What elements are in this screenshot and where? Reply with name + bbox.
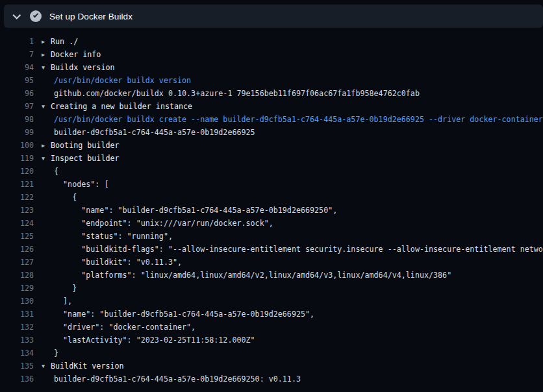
line-number[interactable]: 135 — [0, 360, 34, 373]
log-text-cell: "status": "running", — [34, 230, 173, 243]
log-text: "lastActivity": "2023-02-25T11:58:12.000… — [54, 334, 255, 347]
log-line: 98/usr/bin/docker buildx create --name b… — [0, 113, 543, 126]
log-line: 96github.com/docker/buildx 0.10.3+azure-… — [0, 87, 543, 100]
line-number[interactable]: 120 — [0, 165, 34, 178]
log-line: 95/usr/bin/docker buildx version — [0, 74, 543, 87]
line-number[interactable]: 134 — [0, 347, 34, 360]
step-header[interactable]: Set up Docker Buildx — [4, 5, 543, 28]
log-line: 133 "lastActivity": "2023-02-25T11:58:12… — [0, 334, 543, 347]
log-text: "driver": "docker-container", — [54, 321, 196, 334]
triangle-down-icon[interactable]: ▼ — [42, 360, 51, 373]
log-text-cell: "lastActivity": "2023-02-25T11:58:12.000… — [34, 334, 255, 347]
log-line: 99builder-d9cfb5a1-c764-445a-a57e-0b19d2… — [0, 126, 543, 139]
line-number[interactable]: 100 — [0, 139, 34, 152]
log-line: 129 } — [0, 282, 543, 295]
triangle-right-icon[interactable]: ▶ — [42, 35, 51, 48]
line-number[interactable]: 99 — [0, 126, 34, 139]
log-text-cell: "name": "builder-d9cfb5a1-c764-445a-a57e… — [34, 204, 337, 217]
log-line: 100▶Booting builder — [0, 139, 543, 152]
log-text-cell: "buildkitd-flags": "--allow-insecure-ent… — [34, 243, 543, 256]
triangle-right-icon[interactable]: ▶ — [42, 139, 51, 152]
log-line: 1▶Run ./ — [0, 35, 543, 48]
line-number[interactable]: 129 — [0, 282, 34, 295]
line-number[interactable]: 125 — [0, 230, 34, 243]
log-text: builder-d9cfb5a1-c764-445a-a57e-0b19d2e6… — [54, 126, 255, 139]
line-number[interactable]: 126 — [0, 243, 34, 256]
log-text-cell: builder-d9cfb5a1-c764-445a-a57e-0b19d2e6… — [34, 373, 301, 386]
log-text-cell: /usr/bin/docker buildx create --name bui… — [34, 113, 543, 126]
line-number[interactable]: 130 — [0, 295, 34, 308]
line-number[interactable]: 127 — [0, 256, 34, 269]
line-number[interactable]: 96 — [0, 87, 34, 100]
log-text: /usr/bin/docker buildx create --name bui… — [54, 113, 543, 126]
line-number[interactable]: 136 — [0, 373, 34, 386]
log-text-cell: /usr/bin/docker buildx version — [34, 74, 191, 87]
group-toggle[interactable]: ▶Docker info — [34, 48, 101, 61]
line-number[interactable]: 95 — [0, 74, 34, 87]
log-text-cell: "platforms": "linux/amd64,linux/amd64/v2… — [34, 269, 451, 282]
group-toggle[interactable]: ▼Buildx version — [34, 61, 115, 74]
log-text: { — [54, 165, 58, 178]
line-number[interactable]: 122 — [0, 191, 34, 204]
log-text: "buildkitd-flags": "--allow-insecure-ent… — [54, 243, 543, 256]
log-line: 94▼Buildx version — [0, 61, 543, 74]
line-number[interactable]: 132 — [0, 321, 34, 334]
group-toggle[interactable]: ▶Run ./ — [34, 35, 78, 48]
line-number[interactable]: 97 — [0, 100, 34, 113]
log-line: 136builder-d9cfb5a1-c764-445a-a57e-0b19d… — [0, 373, 543, 386]
group-toggle[interactable]: ▶Booting builder — [34, 139, 120, 152]
log-line: 132 "driver": "docker-container", — [0, 321, 543, 334]
line-number[interactable]: 1 — [0, 35, 34, 48]
triangle-down-icon[interactable]: ▼ — [42, 100, 51, 113]
log-text: } — [54, 347, 58, 360]
log-text-cell: } — [34, 347, 58, 360]
log-text: "platforms": "linux/amd64,linux/amd64/v2… — [54, 269, 451, 282]
log-line: 119▼Inspect builder — [0, 152, 543, 165]
line-number[interactable]: 124 — [0, 217, 34, 230]
log-text: ], — [54, 295, 72, 308]
log-line: 124 "endpoint": "unix:///var/run/docker.… — [0, 217, 543, 230]
triangle-down-icon[interactable]: ▼ — [42, 152, 51, 165]
step-title: Set up Docker Buildx — [49, 12, 133, 21]
line-number[interactable]: 131 — [0, 308, 34, 321]
log-line: 121 "nodes": [ — [0, 178, 543, 191]
log-line: 128 "platforms": "linux/amd64,linux/amd6… — [0, 269, 543, 282]
log-line: 123 "name": "builder-d9cfb5a1-c764-445a-… — [0, 204, 543, 217]
line-number[interactable]: 7 — [0, 48, 34, 61]
check-circle-icon — [30, 10, 42, 22]
group-title: BuildKit version — [51, 360, 124, 373]
log-text: "status": "running", — [54, 230, 173, 243]
log-text: "nodes": [ — [54, 178, 108, 191]
log-line: 135▼BuildKit version — [0, 360, 543, 373]
line-number[interactable]: 128 — [0, 269, 34, 282]
line-number[interactable]: 123 — [0, 204, 34, 217]
group-toggle[interactable]: ▼Inspect builder — [34, 152, 120, 165]
check-mark — [32, 12, 38, 17]
log-text-cell: "nodes": [ — [34, 178, 108, 191]
log-text-cell: "driver": "docker-container", — [34, 321, 196, 334]
line-number[interactable]: 94 — [0, 61, 34, 74]
chevron-down-icon[interactable] — [12, 11, 21, 19]
triangle-right-icon[interactable]: ▶ — [42, 48, 51, 61]
log-container: 1▶Run ./7▶Docker info94▼Buildx version95… — [0, 28, 543, 392]
log-text-cell: { — [34, 165, 58, 178]
log-text: builder-d9cfb5a1-c764-445a-a57e-0b19d2e6… — [54, 373, 301, 386]
log-line: 7▶Docker info — [0, 48, 543, 61]
group-toggle[interactable]: ▼BuildKit version — [34, 360, 124, 373]
log-line: 134} — [0, 347, 543, 360]
line-number[interactable]: 119 — [0, 152, 34, 165]
log-line: 125 "status": "running", — [0, 230, 543, 243]
log-text: "endpoint": "unix:///var/run/docker.sock… — [54, 217, 273, 230]
line-number[interactable]: 121 — [0, 178, 34, 191]
log-line: 130 ], — [0, 295, 543, 308]
triangle-down-icon[interactable]: ▼ — [42, 61, 51, 74]
group-title: Run ./ — [51, 35, 78, 48]
log-line: 122 { — [0, 191, 543, 204]
log-text-cell: { — [34, 191, 77, 204]
log-text: "name": "builder-d9cfb5a1-c764-445a-a57e… — [54, 308, 314, 321]
log-text-cell: ], — [34, 295, 72, 308]
log-line: 97▼Creating a new builder instance — [0, 100, 543, 113]
group-toggle[interactable]: ▼Creating a new builder instance — [34, 100, 192, 113]
line-number[interactable]: 133 — [0, 334, 34, 347]
line-number[interactable]: 98 — [0, 113, 34, 126]
